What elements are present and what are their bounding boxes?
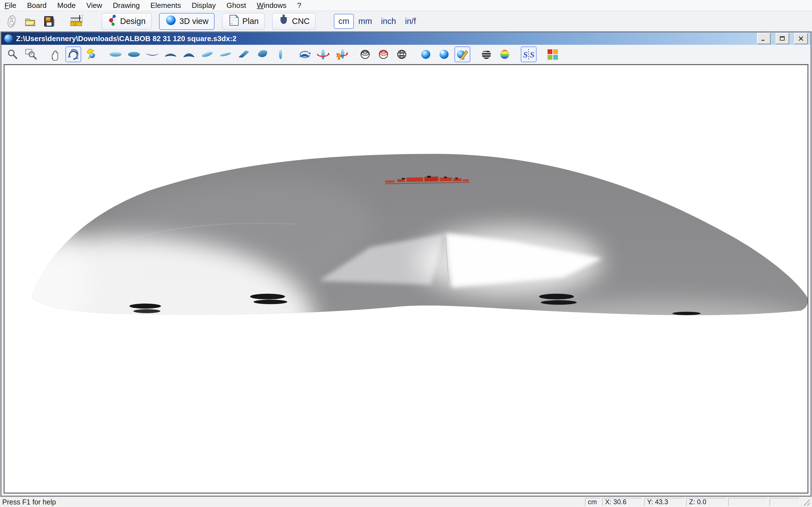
app-logo-icon <box>4 34 13 43</box>
wireframe-full-icon[interactable] <box>394 47 410 62</box>
menu-board[interactable]: Board <box>27 1 47 10</box>
design-icon <box>108 14 117 28</box>
menu-elements[interactable]: Elements <box>151 1 181 10</box>
document-title: Z:\Users\dennery\Downloads\CALBOB 82 31 … <box>16 34 752 43</box>
unit-selector: cm mm inch in/f <box>334 14 420 29</box>
status-x-coordinate: X: 30.6 <box>602 498 642 506</box>
view-toolbar: S S <box>1 45 811 64</box>
plan-button-label: Plan <box>242 17 259 26</box>
main-toolbar: 1 0 Design 3D view <box>0 11 812 32</box>
maximize-button[interactable] <box>776 33 789 44</box>
front-section-icon[interactable] <box>163 47 179 62</box>
render-light-icon[interactable] <box>84 47 100 62</box>
cnc-icon <box>278 14 289 29</box>
3d-view-button-label: 3D view <box>179 17 208 26</box>
status-empty-field-2 <box>770 498 800 506</box>
design-button-label: Design <box>120 17 146 26</box>
cnc-button-label: CNC <box>292 17 310 26</box>
save-icon[interactable] <box>41 13 57 30</box>
symmetry-icon[interactable]: S S <box>521 47 537 62</box>
menu-mode[interactable]: Mode <box>57 1 75 10</box>
new-board-icon[interactable] <box>3 13 20 30</box>
status-bar: Press F1 for help cm X: 30.6 Y: 43.3 Z: … <box>0 497 812 507</box>
menu-ghost[interactable]: Ghost <box>226 1 246 10</box>
perspective-top2-icon[interactable] <box>218 47 234 62</box>
menu-view[interactable]: View <box>86 1 102 10</box>
end-view-icon[interactable] <box>273 47 289 62</box>
document-window: Z:\Users\dennery\Downloads\CALBOB 82 31 … <box>1 32 811 497</box>
unit-mm[interactable]: mm <box>354 17 376 26</box>
curvature-gray-icon[interactable] <box>478 47 494 62</box>
menu-display[interactable]: Display <box>192 1 216 10</box>
wireframe-red-icon[interactable] <box>375 47 391 62</box>
rotate-flat-icon[interactable] <box>297 47 312 62</box>
stand-up-icon[interactable] <box>333 47 349 62</box>
svg-text:1 0: 1 0 <box>73 22 77 25</box>
perspective-bottom-icon[interactable] <box>236 47 252 62</box>
menu-windows[interactable]: Windows <box>257 1 287 10</box>
curvature-rainbow-icon[interactable] <box>497 47 513 62</box>
status-z-coordinate: Z: 0.0 <box>686 498 726 506</box>
bottom-view-icon[interactable] <box>126 47 142 62</box>
menu-help[interactable]: ? <box>297 1 301 10</box>
svg-text:S: S <box>530 50 535 59</box>
resize-grip[interactable] <box>802 498 810 506</box>
tail-section-icon[interactable] <box>181 47 197 62</box>
color-settings-icon[interactable] <box>545 47 560 62</box>
open-icon[interactable] <box>22 13 38 30</box>
zoom-icon[interactable] <box>5 47 20 62</box>
unit-inch[interactable]: inch <box>376 17 400 26</box>
status-unit: cm <box>585 498 600 506</box>
document-titlebar[interactable]: Z:\Users\dennery\Downloads\CALBOB 82 31 … <box>1 33 811 45</box>
menu-bar: File Board Mode View Drawing Elements Di… <box>0 0 812 11</box>
rotate-upright-icon[interactable] <box>315 47 331 62</box>
wireframe-icon[interactable] <box>357 47 373 62</box>
cnc-button[interactable]: CNC <box>272 13 316 30</box>
3d-view-button[interactable]: 3D view <box>159 13 214 30</box>
status-help-text: Press F1 for help <box>2 498 56 506</box>
perspective-bottom2-icon[interactable] <box>254 47 270 62</box>
zoom-window-icon[interactable] <box>23 47 39 62</box>
render-smooth-icon[interactable] <box>418 47 434 62</box>
close-button[interactable] <box>794 33 808 44</box>
side-view-icon[interactable] <box>144 47 160 62</box>
render-shiny-icon[interactable] <box>436 47 452 62</box>
board-3d-render <box>4 65 808 493</box>
dimensions-icon[interactable]: 1 0 <box>69 13 85 30</box>
unit-cm[interactable]: cm <box>334 14 354 29</box>
3d-viewport[interactable] <box>4 64 808 494</box>
plan-button[interactable]: Plan <box>222 13 265 30</box>
rotate-3d-icon[interactable] <box>65 47 81 62</box>
menu-drawing[interactable]: Drawing <box>113 1 140 10</box>
top-view-icon[interactable] <box>108 47 123 62</box>
plan-icon <box>228 14 239 29</box>
perspective-top-icon[interactable] <box>199 47 215 62</box>
unit-inf[interactable]: in/f <box>401 17 421 26</box>
pan-icon[interactable] <box>47 47 63 62</box>
3d-view-icon <box>165 15 176 28</box>
svg-text:S: S <box>523 50 528 59</box>
menu-file[interactable]: File <box>4 1 16 10</box>
design-button[interactable]: Design <box>101 13 152 30</box>
minimize-button[interactable] <box>757 33 770 44</box>
render-design-icon[interactable] <box>455 47 470 62</box>
status-y-coordinate: Y: 43.3 <box>644 498 684 506</box>
status-empty-field-1 <box>728 498 768 506</box>
